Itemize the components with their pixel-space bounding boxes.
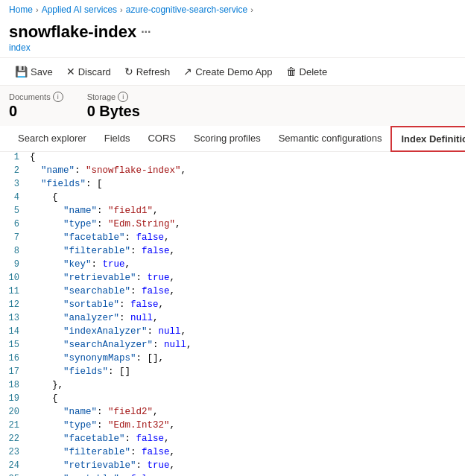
line-number: 8 <box>0 246 27 259</box>
line-content: "facetable": false, <box>27 434 465 447</box>
breadcrumb-search-service[interactable]: azure-cognitive-search-service <box>126 4 247 15</box>
line-number: 15 <box>0 340 27 353</box>
line-content: "filterable": false, <box>27 246 465 259</box>
create-demo-icon: ↗ <box>183 66 192 77</box>
more-options-button[interactable]: ··· <box>141 25 151 39</box>
refresh-button[interactable]: ↻ Refresh <box>118 63 177 80</box>
tabs-bar: Search explorer Fields CORS Scoring prof… <box>0 126 465 152</box>
save-label: Save <box>31 66 53 77</box>
create-demo-app-button[interactable]: ↗ Create Demo App <box>177 63 278 80</box>
line-content: "fields": [] <box>27 366 465 380</box>
documents-value: 0 <box>9 102 63 120</box>
line-number: 12 <box>0 299 27 313</box>
line-number: 5 <box>0 206 27 219</box>
line-content: "searchAnalyzer": null, <box>27 340 465 353</box>
breadcrumb-divider-2: › <box>120 5 123 14</box>
line-content: "searchable": false, <box>27 286 465 299</box>
line-number: 16 <box>0 353 27 366</box>
code-line: 17 "fields": [] <box>0 366 465 380</box>
page-subtitle: index <box>9 42 456 53</box>
line-content: "synonymMaps": [], <box>27 353 465 366</box>
line-content: "name": "field2", <box>27 407 465 420</box>
stats-bar: Documents i 0 Storage i 0 Bytes <box>0 86 465 126</box>
line-number: 20 <box>0 407 27 420</box>
documents-label: Documents <box>9 92 51 101</box>
line-content: }, <box>27 380 465 393</box>
code-line: 21 "type": "Edm.Int32", <box>0 420 465 434</box>
storage-info-icon[interactable]: i <box>118 92 128 102</box>
tab-fields[interactable]: Fields <box>95 127 139 151</box>
line-number: 18 <box>0 380 27 393</box>
line-content: { <box>27 192 465 206</box>
line-content: "filterable": false, <box>27 447 465 460</box>
line-content: "sortable": false, <box>27 299 465 313</box>
line-number: 21 <box>0 420 27 434</box>
code-line: 10 "retrievable": true, <box>0 273 465 286</box>
storage-label: Storage <box>87 92 116 101</box>
discard-button[interactable]: ✕ Discard <box>60 63 117 80</box>
line-content: "type": "Edm.String", <box>27 219 465 232</box>
line-content: "type": "Edm.Int32", <box>27 420 465 434</box>
line-number: 4 <box>0 192 27 206</box>
tab-semantic-configurations[interactable]: Semantic configurations <box>270 127 391 151</box>
line-content: "analyzer": null, <box>27 313 465 326</box>
line-number: 10 <box>0 273 27 286</box>
line-number: 14 <box>0 326 27 340</box>
line-content: "name": "snowflake-index", <box>27 165 465 179</box>
line-number: 1 <box>0 152 27 165</box>
line-content: "name": "field1", <box>27 206 465 219</box>
tab-search-explorer[interactable]: Search explorer <box>9 127 95 151</box>
line-content: "indexAnalyzer": null, <box>27 326 465 340</box>
save-button[interactable]: 💾 Save <box>9 63 59 80</box>
code-line: 4 { <box>0 192 465 206</box>
delete-button[interactable]: 🗑 Delete <box>280 63 334 80</box>
tab-index-definition[interactable]: Index Definition (JSON) <box>390 126 465 152</box>
breadcrumb-divider-1: › <box>36 5 39 14</box>
breadcrumb-applied-ai[interactable]: Applied AI services <box>42 4 117 15</box>
breadcrumb-divider-3: › <box>250 5 253 14</box>
code-line: 20 "name": "field2", <box>0 407 465 420</box>
code-line: 16 "synonymMaps": [], <box>0 353 465 366</box>
code-line: 14 "indexAnalyzer": null, <box>0 326 465 340</box>
code-line: 24 "retrievable": true, <box>0 460 465 474</box>
line-content: { <box>27 152 465 165</box>
code-line: 9 "key": true, <box>0 259 465 273</box>
breadcrumb: Home › Applied AI services › azure-cogni… <box>0 0 465 19</box>
line-number: 23 <box>0 447 27 460</box>
code-line: 1{ <box>0 152 465 165</box>
line-number: 2 <box>0 165 27 179</box>
discard-icon: ✕ <box>66 66 75 77</box>
code-panel: 1{2 "name": "snowflake-index",3 "fields"… <box>0 152 465 476</box>
toolbar: 💾 Save ✕ Discard ↻ Refresh ↗ Create Demo… <box>0 57 465 86</box>
documents-info-icon[interactable]: i <box>53 92 63 102</box>
line-number: 24 <box>0 460 27 474</box>
discard-label: Discard <box>78 66 111 77</box>
line-content: "key": true, <box>27 259 465 273</box>
line-number: 13 <box>0 313 27 326</box>
code-line: 8 "filterable": false, <box>0 246 465 259</box>
line-number: 11 <box>0 286 27 299</box>
line-number: 7 <box>0 232 27 246</box>
page-title-text: snowflake-index <box>9 22 136 42</box>
line-number: 6 <box>0 219 27 232</box>
tab-scoring-profiles[interactable]: Scoring profiles <box>185 127 270 151</box>
page-header: snowflake-index ··· index <box>0 19 465 57</box>
delete-icon: 🗑 <box>286 66 297 77</box>
code-line: 11 "searchable": false, <box>0 286 465 299</box>
storage-value: 0 Bytes <box>87 102 140 120</box>
line-number: 9 <box>0 259 27 273</box>
code-line: 22 "facetable": false, <box>0 434 465 447</box>
line-content: { <box>27 393 465 407</box>
line-number: 19 <box>0 393 27 407</box>
code-line: 3 "fields": [ <box>0 179 465 192</box>
line-content: "retrievable": true, <box>27 273 465 286</box>
line-number: 22 <box>0 434 27 447</box>
line-content: "facetable": false, <box>27 232 465 246</box>
code-line: 15 "searchAnalyzer": null, <box>0 340 465 353</box>
line-number: 17 <box>0 366 27 380</box>
breadcrumb-home[interactable]: Home <box>9 4 33 15</box>
code-line: 13 "analyzer": null, <box>0 313 465 326</box>
code-line: 5 "name": "field1", <box>0 206 465 219</box>
delete-label: Delete <box>300 66 328 77</box>
tab-cors[interactable]: CORS <box>139 127 185 151</box>
